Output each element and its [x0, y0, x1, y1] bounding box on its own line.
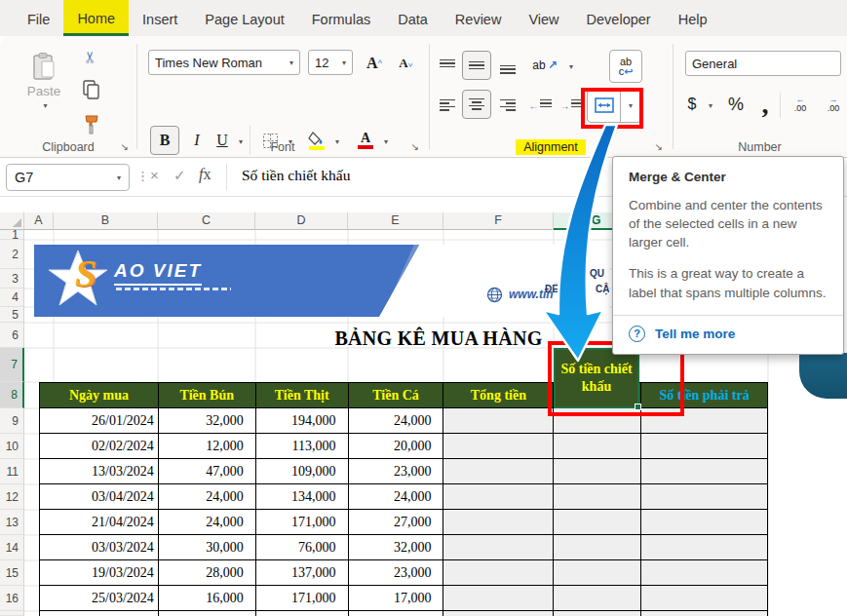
cell[interactable]: 26/01/2024	[40, 408, 159, 434]
tab-developer[interactable]: Developer	[573, 0, 665, 36]
cell[interactable]: 23,000	[349, 560, 444, 586]
cell[interactable]	[443, 510, 554, 535]
enter-icon[interactable]: ✓	[173, 167, 186, 184]
cell[interactable]	[554, 408, 641, 434]
cell[interactable]: 27,000	[349, 510, 444, 535]
cell[interactable]: 24,000	[159, 510, 256, 535]
header-cell[interactable]: Tiền Thịt	[256, 383, 349, 408]
cell[interactable]: 76,000	[256, 535, 349, 560]
selected-merged-cell[interactable]: Số tiền chiết khấu	[554, 348, 639, 408]
currency-format-icon[interactable]: $	[682, 91, 702, 118]
tab-help[interactable]: Help	[665, 0, 721, 36]
cell[interactable]	[443, 459, 554, 484]
tab-page-layout[interactable]: Page Layout	[191, 0, 297, 36]
fill-handle[interactable]	[635, 404, 641, 410]
number-format-combobox[interactable]: General	[685, 51, 841, 76]
cell[interactable]: 24,000	[159, 484, 256, 510]
select-all-button[interactable]	[0, 212, 24, 230]
row-header-15[interactable]: 15	[0, 560, 24, 586]
cell[interactable]: 20,000	[349, 434, 444, 459]
cell[interactable]: 16,000	[159, 586, 256, 611]
cell[interactable]: 02/02/2024	[40, 434, 159, 459]
merge-center-dropdown[interactable]: ▾	[621, 101, 640, 110]
cell[interactable]: 24,000	[349, 484, 444, 510]
cell[interactable]	[554, 586, 641, 611]
grow-font-button[interactable]: A^	[361, 52, 388, 75]
cell[interactable]: 03/04/2024	[40, 484, 159, 510]
cell[interactable]: 25/03/2024	[40, 586, 159, 611]
cell[interactable]: 24,000	[349, 408, 444, 434]
column-header-b[interactable]: B	[54, 212, 158, 230]
tab-data[interactable]: Data	[384, 0, 442, 36]
clipboard-dialog-launcher-icon[interactable]: ↘	[121, 141, 129, 152]
tab-insert[interactable]: Insert	[129, 0, 191, 36]
cell[interactable]: 32,000	[349, 535, 444, 560]
wrap-text-button[interactable]: ab c↩	[609, 50, 642, 83]
cell[interactable]	[443, 535, 554, 560]
decrease-indent-icon[interactable]: ←	[526, 93, 554, 118]
name-box[interactable]: G7 ▾	[6, 164, 130, 191]
middle-align-icon[interactable]	[462, 51, 491, 80]
tab-file[interactable]: File	[14, 0, 63, 36]
percent-format-icon[interactable]: %	[723, 91, 749, 118]
alignment-dialog-launcher-icon[interactable]: ↘	[655, 141, 663, 152]
cell[interactable]: 19/03/2024	[40, 560, 159, 586]
increase-indent-icon[interactable]: →	[558, 93, 585, 118]
row-header-6[interactable]: 6	[0, 323, 24, 348]
row-header-2[interactable]: 2	[0, 240, 24, 269]
cell[interactable]: 171,000	[256, 586, 349, 611]
cell[interactable]	[443, 408, 554, 434]
row-header-8[interactable]: 8	[0, 382, 24, 408]
column-header-f[interactable]: F	[443, 212, 554, 230]
align-left-icon[interactable]	[435, 93, 460, 118]
align-center-icon[interactable]	[462, 90, 491, 119]
formula-bar-grip-icon[interactable]: ⋮	[136, 169, 149, 183]
cell[interactable]: 137,000	[256, 560, 349, 586]
cell[interactable]	[641, 560, 768, 586]
paste-button[interactable]: Paste ▾	[16, 46, 72, 139]
row-header-11[interactable]: 11	[0, 459, 24, 484]
cell[interactable]: 32,000	[159, 408, 256, 434]
copy-icon[interactable]	[82, 79, 101, 104]
cell[interactable]: 12,000	[159, 434, 256, 459]
cell[interactable]	[443, 560, 554, 586]
cell[interactable]: 47,000	[159, 459, 256, 484]
row-header-5[interactable]: 5	[0, 307, 24, 323]
row-header-4[interactable]: 4	[0, 289, 24, 307]
currency-chevron-icon[interactable]: ▾	[709, 101, 712, 110]
row-header-17[interactable]	[0, 611, 24, 616]
cell[interactable]: 28,000	[159, 560, 256, 586]
cell[interactable]: 21/04/2024	[40, 510, 159, 535]
cell[interactable]	[554, 459, 641, 484]
tell-me-more-link[interactable]: ? Tell me more	[613, 315, 843, 350]
row-header-12[interactable]: 12	[0, 484, 24, 510]
cell[interactable]	[554, 484, 641, 510]
tab-review[interactable]: Review	[442, 0, 516, 36]
cell[interactable]: 17,000	[349, 586, 444, 611]
font-name-combobox[interactable]: Times New Roman ▾	[148, 50, 300, 75]
align-right-icon[interactable]	[495, 93, 520, 118]
decrease-decimal-icon[interactable]: →.00	[819, 91, 847, 118]
merge-center-button[interactable]	[588, 89, 621, 122]
font-size-combobox[interactable]: 12 ▾	[308, 50, 353, 75]
cell[interactable]	[443, 484, 554, 510]
column-header-a[interactable]: A	[24, 212, 54, 230]
cell[interactable]	[554, 510, 641, 535]
cell[interactable]	[641, 459, 768, 484]
row-header-3[interactable]: 3	[0, 269, 24, 289]
row-header-10[interactable]: 10	[0, 434, 24, 459]
column-header-d[interactable]: D	[255, 212, 348, 230]
cell[interactable]	[641, 510, 768, 535]
increase-decimal-icon[interactable]: ←.00	[786, 91, 815, 118]
row-header-16[interactable]: 16	[0, 586, 24, 611]
orientation-icon[interactable]: ab ↗	[528, 52, 561, 79]
row-header-9[interactable]: 9	[0, 408, 24, 434]
cancel-icon[interactable]: ×	[150, 167, 159, 183]
row-header-13[interactable]: 13	[0, 510, 24, 535]
formula-input[interactable]: Số tiền chiết khấu	[242, 167, 351, 184]
cell[interactable]	[641, 484, 768, 510]
shrink-font-button[interactable]: A^	[392, 52, 419, 75]
cell[interactable]: 194,000	[256, 408, 349, 434]
cell[interactable]: 03/03/2024	[40, 535, 159, 560]
cell[interactable]	[554, 535, 641, 560]
